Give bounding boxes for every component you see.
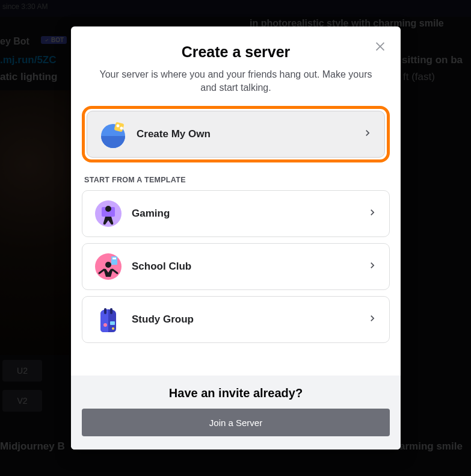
chevron-right-icon <box>366 259 378 274</box>
school-club-icon <box>93 252 123 282</box>
footer-title: Have an invite already? <box>169 386 303 400</box>
svg-point-3 <box>120 127 123 130</box>
svg-rect-9 <box>112 258 116 259</box>
modal-subtitle: Your server is where you and your friend… <box>85 68 386 94</box>
option-label: Create My Own <box>137 128 353 140</box>
modal-body: Create My Own START FROM A TEMPLATE Gami <box>71 94 401 376</box>
modal-footer: Have an invite already? Join a Server <box>71 376 401 450</box>
svg-point-10 <box>105 262 111 268</box>
join-server-button[interactable]: Join a Server <box>82 409 390 436</box>
close-button[interactable] <box>372 37 389 54</box>
svg-point-15 <box>103 323 107 327</box>
close-icon <box>374 39 387 52</box>
chevron-right-icon <box>366 312 378 327</box>
svg-point-17 <box>112 327 114 330</box>
create-my-own-icon <box>98 119 128 149</box>
option-label: School Club <box>132 261 358 273</box>
create-server-modal: Create a server Your server is where you… <box>71 26 401 450</box>
create-my-own-highlight: Create My Own <box>82 106 390 162</box>
create-my-own-option[interactable]: Create My Own <box>87 111 385 158</box>
svg-point-6 <box>105 206 111 212</box>
template-option-school-club[interactable]: School Club <box>82 243 390 290</box>
template-option-gaming[interactable]: Gaming <box>82 190 390 237</box>
template-option-study-group[interactable]: Study Group <box>82 296 390 343</box>
svg-rect-16 <box>110 321 115 325</box>
template-section-label: START FROM A TEMPLATE <box>84 176 390 184</box>
option-label: Study Group <box>132 314 358 326</box>
template-list: Gaming School Clu <box>82 190 390 343</box>
svg-point-2 <box>117 125 120 128</box>
gaming-icon <box>93 199 123 229</box>
svg-rect-13 <box>104 308 106 314</box>
svg-rect-14 <box>110 308 112 314</box>
study-group-icon <box>93 304 123 335</box>
chevron-right-icon <box>362 127 374 141</box>
modal-header: Create a server Your server is where you… <box>71 26 401 94</box>
option-label: Gaming <box>132 208 358 220</box>
chevron-right-icon <box>366 206 378 221</box>
modal-title: Create a server <box>85 43 386 61</box>
